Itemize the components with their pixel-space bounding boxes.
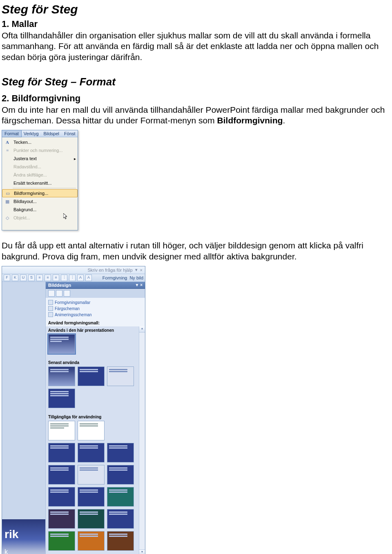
menu-separator bbox=[13, 188, 76, 188]
task-pane: Bilddesign ▼ × Formgivningsmallar Färgsc… bbox=[45, 282, 145, 554]
decrease-font-icon[interactable]: A bbox=[85, 275, 92, 281]
design-thumb[interactable] bbox=[78, 465, 105, 485]
design-thumb[interactable] bbox=[107, 443, 134, 462]
dropdown-list: A Tecken... ≡ Punkter och numrering... J… bbox=[2, 137, 78, 223]
nav-back-icon[interactable] bbox=[48, 290, 55, 297]
scroll-up-icon[interactable]: ▴ bbox=[139, 326, 145, 333]
menu-format[interactable]: Format bbox=[2, 130, 22, 137]
pane-title: Bilddesign bbox=[48, 283, 71, 288]
menuitem-punkter: ≡ Punkter och numrering... bbox=[2, 146, 78, 154]
section-format-title: Steg för Steg – Format bbox=[2, 76, 392, 88]
nav-home-icon[interactable] bbox=[64, 290, 70, 297]
pane-links: Formgivningsmallar Färgscheman Animering… bbox=[46, 298, 145, 319]
menubar: Format Verktyg Bildspel Fönst bbox=[2, 130, 78, 137]
menuitem-bildformgivning[interactable]: ▭ Bildformgivning... bbox=[2, 189, 78, 197]
section-2-after: Du får då upp ett antal alternativ i rut… bbox=[2, 240, 392, 262]
pane-close-icon[interactable]: ▼ × bbox=[135, 283, 143, 287]
animation-icon bbox=[48, 312, 53, 317]
link-formgivningsmallar[interactable]: Formgivningsmallar bbox=[48, 299, 143, 306]
design-thumb[interactable] bbox=[48, 366, 75, 386]
scroll-down-icon[interactable]: ▾ bbox=[139, 550, 145, 554]
help-placeholder[interactable]: Skriv en fråga för hjälp bbox=[88, 268, 133, 273]
menu-fonster[interactable]: Fönst bbox=[62, 130, 78, 137]
menuitem-skiftlage: Ändra skiftläge... bbox=[2, 171, 78, 179]
bold-button[interactable]: F bbox=[4, 275, 10, 281]
slide-area: rik k bbox=[2, 282, 45, 554]
design-thumb[interactable] bbox=[48, 531, 75, 551]
menuitem-ersatt[interactable]: Ersätt teckensnitt... bbox=[2, 179, 78, 187]
section-avail-label: Tillgängliga för användning bbox=[46, 413, 139, 420]
slide-title-fragment: rik bbox=[4, 528, 43, 541]
font-icon: A bbox=[3, 138, 12, 146]
blank-icon bbox=[3, 206, 12, 213]
design-thumb[interactable] bbox=[48, 443, 75, 462]
thumbs-used bbox=[46, 333, 139, 359]
menuitem-tecken[interactable]: A Tecken... bbox=[2, 138, 78, 146]
design-thumb[interactable] bbox=[48, 509, 75, 529]
toolbar-design-label[interactable]: Formgivning bbox=[102, 275, 127, 280]
slide-preview: rik k bbox=[2, 519, 45, 554]
numbering-icon[interactable]: ⋮ bbox=[61, 275, 67, 281]
pane-scrollbar[interactable]: ▴ ▾ bbox=[139, 326, 145, 554]
underline-button[interactable]: U bbox=[20, 275, 27, 281]
pane-nav-icons bbox=[46, 289, 145, 298]
slide-sub-fragment: k bbox=[4, 548, 43, 554]
design-thumb[interactable] bbox=[48, 334, 75, 354]
section-2-body: Om du inte har en mall du vill använda t… bbox=[2, 105, 392, 126]
toolbar-newslide-label[interactable]: Ny bild bbox=[129, 275, 143, 280]
menu-bildspel[interactable]: Bildspel bbox=[41, 130, 62, 137]
bullets-icon[interactable]: ⋮ bbox=[69, 275, 76, 281]
menuitem-bakgrund[interactable]: Bakgrund... bbox=[2, 206, 78, 214]
nav-fwd-icon[interactable] bbox=[56, 290, 62, 297]
section-2-body-bold: Bildformgivning bbox=[217, 116, 283, 125]
menu-verktyg[interactable]: Verktyg bbox=[21, 130, 41, 137]
design-thumb[interactable] bbox=[107, 465, 134, 485]
thumbs-avail bbox=[46, 420, 139, 554]
link-fargscheman[interactable]: Färgscheman bbox=[48, 306, 143, 312]
templates-icon bbox=[48, 300, 53, 305]
design-icon: ▭ bbox=[3, 190, 12, 197]
design-thumb[interactable] bbox=[107, 366, 134, 386]
design-thumb[interactable] bbox=[48, 487, 75, 507]
formatting-toolbar: F K U S ≡ ≡ ≡ ⋮ ⋮ A A Formgivning Ny bil… bbox=[2, 274, 145, 282]
increase-font-icon[interactable]: A bbox=[77, 275, 84, 281]
help-bar: Skriv en fråga för hjälp ▾ × bbox=[2, 266, 145, 274]
design-thumb[interactable] bbox=[48, 389, 75, 408]
colorschemes-icon bbox=[48, 306, 53, 311]
align-left-icon[interactable]: ≡ bbox=[36, 275, 43, 281]
help-close-icon[interactable]: × bbox=[140, 268, 143, 273]
page-title: Steg för Steg bbox=[2, 2, 392, 16]
design-thumb[interactable] bbox=[107, 509, 134, 529]
design-thumb[interactable] bbox=[107, 487, 134, 507]
pane-title-bar: Bilddesign ▼ × bbox=[46, 282, 145, 289]
section-1-heading: 1. Mallar bbox=[2, 19, 392, 29]
menuitem-bildlayout[interactable]: ▦ Bildlayout... bbox=[2, 197, 78, 206]
design-thumb[interactable] bbox=[78, 366, 105, 386]
bullets-icon: ≡ bbox=[3, 147, 12, 154]
align-right-icon[interactable]: ≡ bbox=[53, 275, 59, 281]
apply-template-label: Använd formgivningsmall: bbox=[46, 319, 145, 326]
menuitem-objekt: ◇ Objekt... bbox=[2, 214, 78, 222]
design-thumb[interactable] bbox=[78, 531, 105, 551]
design-thumb[interactable] bbox=[48, 421, 75, 440]
design-thumb[interactable] bbox=[78, 487, 105, 507]
align-center-icon[interactable]: ≡ bbox=[45, 275, 51, 281]
design-thumb[interactable] bbox=[78, 509, 105, 529]
section-2-heading: 2. Bildformgivning bbox=[2, 93, 392, 104]
format-dropdown-screenshot: Format Verktyg Bildspel Fönst A Tecken..… bbox=[2, 130, 78, 230]
menuitem-justera[interactable]: Justera text ▸ bbox=[2, 154, 78, 163]
section-2-body-a: Om du inte har en mall du vill använda t… bbox=[2, 105, 385, 125]
shadow-button[interactable]: S bbox=[28, 275, 35, 281]
help-dropdown-icon[interactable]: ▾ bbox=[135, 267, 138, 273]
italic-button[interactable]: K bbox=[12, 275, 18, 281]
design-thumb[interactable] bbox=[48, 465, 75, 485]
section-recent-label: Senast använda bbox=[46, 359, 139, 366]
link-animeringsscheman[interactable]: Animeringsscheman bbox=[48, 312, 143, 318]
submenu-arrow-icon: ▸ bbox=[74, 156, 76, 161]
design-thumb[interactable] bbox=[78, 421, 105, 440]
design-thumb[interactable] bbox=[107, 531, 134, 551]
design-thumb[interactable] bbox=[78, 443, 105, 462]
blank-icon bbox=[3, 155, 12, 162]
section-used-label: Används i den här presentationen bbox=[46, 326, 139, 333]
blank-icon bbox=[3, 179, 12, 187]
